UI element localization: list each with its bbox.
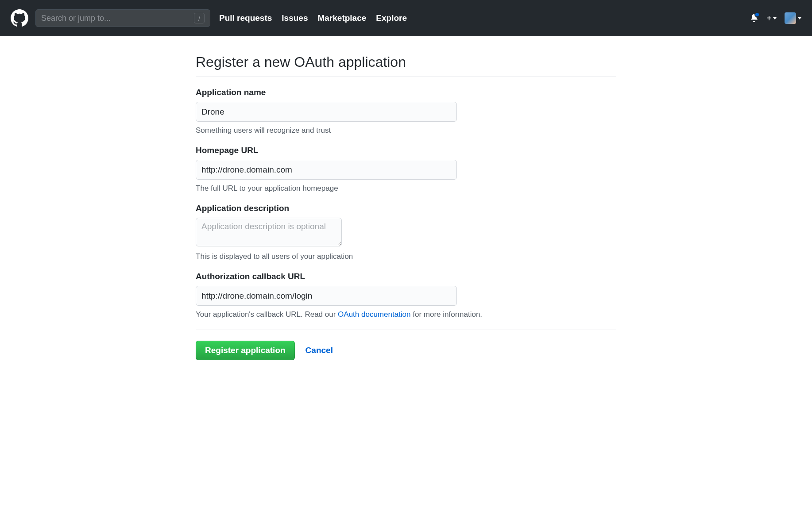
- search-box[interactable]: /: [35, 9, 210, 27]
- caret-down-icon: [798, 17, 801, 19]
- main-content: Register a new OAuth application Applica…: [187, 36, 625, 378]
- header-right: +: [750, 12, 801, 24]
- form-actions: Register application Cancel: [196, 341, 616, 360]
- primary-nav: Pull requests Issues Marketplace Explore: [219, 13, 407, 23]
- homepage-input[interactable]: [196, 160, 457, 180]
- description-label: Application description: [196, 204, 616, 213]
- create-new-dropdown[interactable]: +: [766, 13, 777, 23]
- app-name-help: Something users will recognize and trust: [196, 126, 616, 135]
- plus-icon: +: [766, 13, 772, 23]
- register-button[interactable]: Register application: [196, 341, 295, 360]
- description-textarea[interactable]: [196, 218, 342, 246]
- oauth-docs-link[interactable]: OAuth documentation: [338, 310, 410, 319]
- nav-issues[interactable]: Issues: [282, 13, 308, 23]
- field-app-name: Application name Something users will re…: [196, 88, 616, 135]
- homepage-label: Homepage URL: [196, 146, 616, 155]
- field-description: Application description This is displaye…: [196, 204, 616, 261]
- caret-down-icon: [773, 17, 777, 19]
- homepage-help: The full URL to your application homepag…: [196, 184, 616, 193]
- app-name-label: Application name: [196, 88, 616, 97]
- description-help: This is displayed to all users of your a…: [196, 252, 616, 261]
- github-logo[interactable]: [11, 9, 28, 27]
- callback-input[interactable]: [196, 286, 457, 306]
- search-slash-hint: /: [194, 13, 205, 23]
- github-mark-icon: [11, 9, 28, 27]
- callback-help: Your application's callback URL. Read ou…: [196, 310, 616, 319]
- page-title: Register a new OAuth application: [196, 54, 616, 77]
- nav-explore[interactable]: Explore: [376, 13, 407, 23]
- user-avatar: [785, 12, 796, 24]
- notification-indicator: [754, 12, 760, 17]
- app-name-input[interactable]: [196, 102, 457, 122]
- user-menu-dropdown[interactable]: [785, 12, 801, 24]
- callback-help-suffix: for more information.: [411, 310, 483, 319]
- field-callback-url: Authorization callback URL Your applicat…: [196, 272, 616, 319]
- field-homepage-url: Homepage URL The full URL to your applic…: [196, 146, 616, 193]
- callback-help-prefix: Your application's callback URL. Read ou…: [196, 310, 338, 319]
- global-header: / Pull requests Issues Marketplace Explo…: [0, 0, 812, 36]
- nav-marketplace[interactable]: Marketplace: [317, 13, 366, 23]
- notifications-button[interactable]: [750, 13, 758, 23]
- nav-pull-requests[interactable]: Pull requests: [219, 13, 272, 23]
- search-input[interactable]: [41, 14, 194, 23]
- cancel-link[interactable]: Cancel: [305, 346, 333, 355]
- form-divider: [196, 330, 616, 330]
- callback-label: Authorization callback URL: [196, 272, 616, 281]
